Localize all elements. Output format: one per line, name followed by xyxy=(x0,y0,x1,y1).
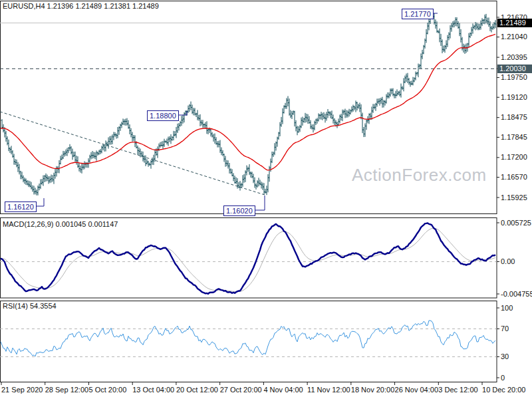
price-axis-label: 1.17200 xyxy=(501,153,527,162)
x-axis-label: 4 Nov 04:00 xyxy=(263,386,303,394)
price-axis-label: 1.18475 xyxy=(501,113,527,122)
rsi-axis-label: 100 xyxy=(501,304,513,313)
symbol-timeframe-quote: EURUSD,H4 1.21396 1.21489 1.21381 1.2148… xyxy=(3,2,159,11)
chart-canvas[interactable] xyxy=(0,0,532,399)
macd-signal-line xyxy=(1,228,495,291)
price-axis-label: 1.19120 xyxy=(501,93,527,102)
actionforex-watermark: ActionForex.com xyxy=(352,171,487,180)
price-annotation[interactable]: 1.21770 xyxy=(402,9,434,19)
x-axis-label: 11 Nov 12:00 xyxy=(307,386,350,394)
x-axis-label: 26 Nov 04:00 xyxy=(395,386,438,394)
price-axis-label: 1.15925 xyxy=(501,194,527,202)
price-axis-label: 1.20395 xyxy=(501,53,527,62)
rsi-axis-label: 70 xyxy=(501,325,509,333)
macd-indicator-label: MACD(12,26,9) 0.001045 0.001147 xyxy=(3,220,118,229)
macd-axis-label: -0.004755 xyxy=(501,290,532,299)
price-annotation[interactable]: 1.16020 xyxy=(223,205,255,216)
current-price-tag: 1.21489 xyxy=(497,19,532,27)
x-axis-label: 21 Sep 2020 xyxy=(1,386,43,394)
level-price-tag: 1.20030 xyxy=(497,65,532,73)
price-axis-label: 1.16570 xyxy=(501,173,527,182)
x-axis-label: 13 Oct 04:00 xyxy=(132,386,174,394)
price-axis-label: 1.21040 xyxy=(501,33,527,41)
macd-axis-label: 0.005725 xyxy=(501,219,531,227)
annotation-connector xyxy=(36,198,44,206)
price-annotation[interactable]: 1.16120 xyxy=(5,201,37,212)
rsi-axis-label: 0 xyxy=(501,374,505,382)
x-axis-label: 27 Oct 20:00 xyxy=(220,386,262,394)
macd-axis-label: 0.00 xyxy=(501,257,515,266)
price-axis-label: 1.17845 xyxy=(501,133,527,142)
macd-main-line xyxy=(1,223,495,294)
rsi-panel-border xyxy=(1,301,497,382)
descending-trendline[interactable] xyxy=(0,112,265,195)
x-axis-label: 18 Nov 20:00 xyxy=(351,386,394,394)
rsi-line xyxy=(1,321,495,356)
mt4-chart-window: EURUSD,H4 1.21396 1.21489 1.21381 1.2148… xyxy=(0,0,532,399)
x-axis-label: 10 Dec 20:00 xyxy=(482,386,525,394)
rsi-axis-label: 30 xyxy=(501,352,509,361)
rsi-indicator-label: RSI(14) 54.3554 xyxy=(3,302,57,311)
annotation-connector xyxy=(255,196,265,210)
x-axis-label: 5 Oct 20:00 xyxy=(88,386,126,394)
x-axis-label: 3 Dec 12:00 xyxy=(438,386,477,394)
price-axis-label: 1.19750 xyxy=(501,73,527,82)
price-annotation[interactable]: 1.18800 xyxy=(147,110,179,121)
x-axis-label: 28 Sep 12:00 xyxy=(45,386,88,394)
x-axis-label: 20 Oct 12:00 xyxy=(176,386,218,394)
